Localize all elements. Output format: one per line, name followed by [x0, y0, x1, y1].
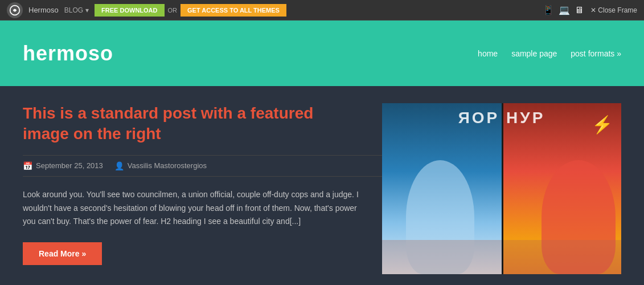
blog-dropdown-btn[interactable]: BLOG ▾	[64, 6, 89, 14]
image-container: ⚡ ЯОР НУР	[382, 103, 621, 274]
or-separator: OR	[165, 7, 181, 14]
access-all-button[interactable]: GET ACCESS TO ALL THEMES	[181, 4, 286, 17]
close-frame-button[interactable]: ✕ Close Frame	[590, 6, 637, 14]
top-bar-right: 📱 💻 🖥 ✕ Close Frame	[543, 5, 637, 15]
post-area: This is a standard post with a featured …	[23, 103, 382, 274]
user-icon: 👤	[114, 161, 124, 170]
calendar-icon: 📅	[23, 161, 32, 170]
post-author: Vassilis Mastorostergios	[128, 161, 207, 170]
site-header: hermoso home sample page post formats »	[0, 21, 644, 86]
image-divider	[502, 103, 503, 274]
blog-label: BLOG	[64, 6, 83, 14]
laptop-icon[interactable]: 💻	[559, 5, 570, 15]
post-date-item: 📅 September 25, 2013	[23, 161, 103, 170]
main-content: This is a standard post with a featured …	[0, 86, 644, 285]
chevron-down-icon: ▾	[85, 6, 89, 14]
site-name: Hermoso	[28, 6, 59, 14]
top-bar-left: Hermoso BLOG ▾ FREE DOWNLOAD OR GET ACCE…	[7, 2, 286, 18]
read-more-button[interactable]: Read More »	[23, 242, 102, 265]
featured-image: ⚡ ЯОР НУР	[382, 103, 621, 274]
post-title: This is a standard post with a featured …	[23, 103, 353, 145]
download-buttons: FREE DOWNLOAD OR GET ACCESS TO ALL THEME…	[95, 4, 286, 17]
post-date: September 25, 2013	[36, 161, 103, 170]
top-bar: Hermoso BLOG ▾ FREE DOWNLOAD OR GET ACCE…	[0, 0, 644, 21]
site-title: hermoso	[23, 42, 113, 66]
post-excerpt: Look around you. You'll see two councilm…	[23, 188, 364, 229]
desktop-icon[interactable]: 🖥	[575, 5, 584, 15]
device-icons: 📱 💻 🖥	[543, 5, 584, 15]
main-nav: home sample page post formats »	[478, 49, 621, 58]
post-meta: 📅 September 25, 2013 👤 Vassilis Mastoros…	[23, 155, 382, 177]
tablet-icon[interactable]: 📱	[543, 5, 554, 15]
nav-sample-page[interactable]: sample page	[511, 49, 557, 58]
site-logo-icon[interactable]	[7, 2, 23, 18]
nav-post-formats[interactable]: post formats »	[571, 49, 621, 58]
post-author-item: 👤 Vassilis Mastorostergios	[114, 161, 207, 170]
nav-home[interactable]: home	[478, 49, 498, 58]
free-download-button[interactable]: FREE DOWNLOAD	[95, 4, 164, 17]
